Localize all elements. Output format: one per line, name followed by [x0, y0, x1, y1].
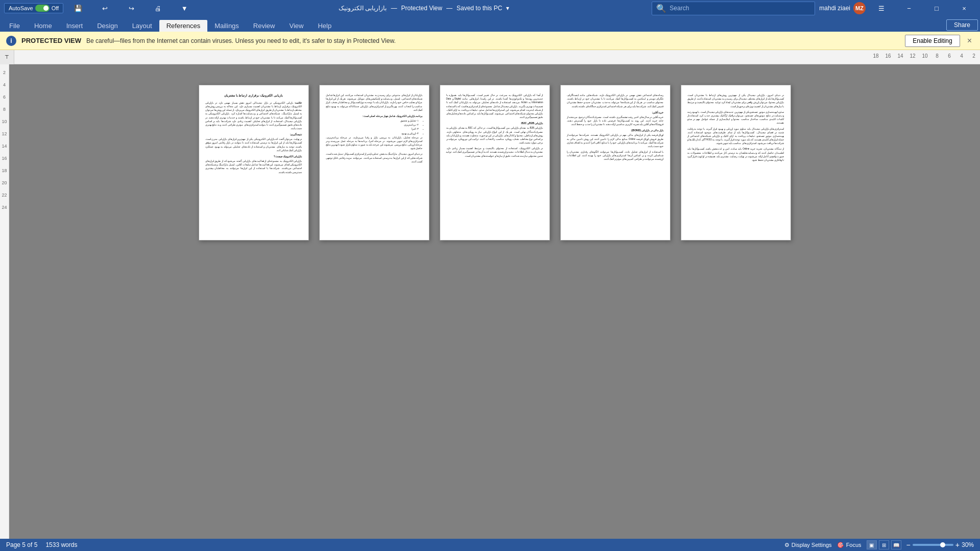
page-3-content: از آنجا که بازاریابی الکترونیک به سرعت د… [446, 93, 543, 119]
tab-home[interactable]: Home [27, 20, 59, 32]
page-1-section2: بازاریابی الکترونیک چیست؟ [205, 154, 302, 158]
tab-design[interactable]: Design [90, 20, 125, 32]
tab-view[interactable]: View [282, 20, 310, 32]
zoom-out-button[interactable]: − [906, 541, 911, 549]
save-button[interactable]: 💾 [66, 0, 90, 16]
autosave-toggle[interactable] [35, 5, 50, 12]
status-right: ⚙ Display Settings 🎯 Focus ▣ ⊞ 📖 − + 30% [784, 540, 974, 549]
autosave-button[interactable]: AutoSave Off [4, 3, 63, 13]
page-5[interactable]: در دنیای امروز، بازاریابی دیجیتال یکی از… [681, 85, 791, 241]
user-name: mahdi ziaei [819, 5, 850, 12]
ruler-corner[interactable]: ⊤ [0, 50, 14, 64]
ruler-12: 12 [906, 53, 919, 59]
tab-help[interactable]: Help [310, 20, 339, 32]
protected-view-bar: i PROTECTED VIEW Be careful—files from t… [0, 32, 980, 50]
document-area[interactable]: بازیابی الکترونیک: برقراری ارتباط با مشت… [9, 64, 980, 539]
tab-mailings[interactable]: Mailings [207, 20, 246, 32]
page-4-section2-content: اوراق قرضه یکی از ابزارهای مالی مهم در ب… [567, 133, 664, 148]
close-protected-bar-button[interactable]: × [965, 36, 974, 45]
zoom-in-button[interactable]: + [955, 541, 960, 549]
page-1-abstract-label: خلاصه: [295, 102, 302, 104]
ruler-10: 10 [919, 53, 931, 59]
tab-references[interactable]: References [159, 20, 207, 32]
ruler-2: 2 [968, 53, 980, 59]
page-3-extra: در بازاریابی الکترونیک، استفاده از محتوا… [446, 147, 543, 158]
title-separator2: — [446, 5, 452, 12]
list-item: ۱- تحلیل و تحقیق [326, 119, 419, 123]
tab-review[interactable]: Review [246, 20, 282, 32]
ruler-8: 8 [931, 53, 943, 59]
more-btn[interactable]: ▼ [173, 0, 196, 16]
ruler-18: 18 [870, 53, 882, 59]
tab-file[interactable]: File [2, 20, 27, 32]
status-bar: Page 5 of 5 1533 words ⚙ Display Setting… [0, 539, 980, 551]
page-5-content: در دنیای امروز، بازاریابی دیجیتال یکی از… [687, 93, 784, 108]
page-2-extra: در دنیای امروز، دیجیتال مارکتینگ به بخش … [326, 152, 423, 163]
protected-message: Be careful—files from the Internet can c… [86, 37, 900, 44]
page-1-section2-content: بازاریابی الکترونیک به مجموعه‌ای از فعال… [205, 159, 302, 174]
page-5-section1: سئو یا بهینه‌سازی موتور جستجو یکی از مهم… [687, 110, 784, 125]
search-icon: 🔍 [656, 4, 666, 13]
focus-icon: 🎯 [837, 542, 844, 548]
page-5-section2: استراتژی‌های بازاریابی دیجیتال باید مداو… [687, 127, 784, 146]
minimize-button[interactable]: − [897, 0, 921, 16]
word-count: 1533 words [45, 541, 77, 548]
ribbon-display-button[interactable]: ☰ [870, 0, 893, 16]
redo-button[interactable]: ↪ [119, 0, 143, 16]
page-info: Page 5 of 5 [6, 541, 37, 548]
autosave-label: AutoSave [9, 5, 33, 11]
web-layout-button[interactable]: ⊞ [879, 540, 889, 549]
page-4[interactable]: رسانه‌های اجتماعی نقش مهمی در بازاریابی … [560, 85, 671, 241]
page-4-section1: خرید آنلاین: [567, 110, 664, 114]
page-2-section1: برنامه بازاریابی الکترونیک شامل چهار مرح… [326, 114, 423, 118]
focus-button[interactable]: 🎯 Focus [837, 542, 862, 548]
ruler-line: 18 16 14 12 10 8 6 4 2 [14, 50, 980, 64]
page-1-section1: نتیجه‌گیری: [205, 132, 302, 136]
left-ruler: 2 4 6 8 10 12 14 16 18 20 22 24 [0, 64, 9, 539]
user-info: mahdi ziaei MZ [819, 2, 866, 14]
page-4-section1-content: خرید آنلاین در سال‌های اخیر رشد چشمگیری … [567, 115, 664, 127]
page-1-section1-content: در نهایت می‌توان گفت که بازاریابی الکترو… [205, 137, 302, 152]
avatar[interactable]: MZ [853, 2, 866, 14]
page-2-content: بازاریابان از ابزارهای متنوعی برای رسیدن… [326, 93, 423, 112]
autosave-state: Off [52, 5, 59, 11]
status-left: Page 5 of 5 1533 words [6, 541, 77, 548]
enable-editing-button[interactable]: Enable Editing [905, 35, 960, 47]
zoom-slider[interactable] [913, 544, 953, 546]
share-button[interactable]: Share [946, 19, 978, 31]
tab-layout[interactable]: Layout [125, 20, 159, 32]
ruler-6: 6 [943, 53, 955, 59]
page-4-section2: بازار مالی در بازاریابی (BOND): [567, 128, 664, 132]
close-button[interactable]: × [952, 0, 976, 16]
page-2-list: ۱- تحلیل و تحقیق ۲- برنامه‌ریزی ۳- اجرا … [326, 119, 419, 135]
page-4-extra: با استفاده از ابزارهای تحلیل داده، کسب‌و… [567, 150, 664, 161]
page-3-section1-content: بازاریابی B2B به معنای بازاریابی بین کسب… [446, 126, 543, 145]
ruler-numbers: 18 16 14 12 10 8 6 4 2 [870, 53, 980, 59]
maximize-button[interactable]: □ [925, 0, 948, 16]
ruler-14: 14 [894, 53, 906, 59]
print-button[interactable]: 🖨 [146, 0, 170, 16]
protected-title: PROTECTED VIEW [21, 37, 81, 44]
ruler: ⊤ 18 16 14 12 10 8 6 4 2 [0, 50, 980, 64]
page-1-title: بازیابی الکترونیک: برقراری ارتباط با مشت… [205, 93, 302, 98]
tab-insert[interactable]: Insert [59, 20, 90, 32]
ruler-4: 4 [955, 53, 968, 59]
search-input[interactable] [670, 5, 802, 12]
page-3[interactable]: از آنجا که بازاریابی الکترونیک به سرعت د… [440, 85, 550, 241]
page-1[interactable]: بازیابی الکترونیک: برقراری ارتباط با مشت… [199, 85, 309, 241]
zoom-slider-thumb [940, 542, 945, 547]
page-2-section2: در مرحله تحلیل، بازاریابان به بررسی بازا… [326, 136, 423, 151]
zoom-controls: − + 30% [906, 541, 974, 549]
list-item: ۲- برنامه‌ریزی [326, 123, 419, 127]
display-settings-button[interactable]: ⚙ Display Settings [784, 542, 832, 548]
save-state: Saved to this PC [457, 5, 502, 12]
search-bar[interactable]: 🔍 [652, 2, 815, 15]
page-2[interactable]: بازاریابان از ابزارهای متنوعی برای رسیدن… [319, 85, 429, 241]
ruler-16: 16 [882, 53, 894, 59]
undo-button[interactable]: ↩ [93, 0, 116, 16]
page-1-content: خلاصه: بازیابی الکترونیکی در بازار دیجیت… [205, 101, 302, 131]
print-layout-button[interactable]: ▣ [867, 540, 877, 549]
read-mode-button[interactable]: 📖 [891, 540, 901, 549]
page-5-extra: از دیدگاه مشتریان، تجربه خرید Online بای… [687, 147, 784, 162]
title-bar-center: بازاریابی الکترونیک — Protected View — S… [339, 5, 509, 12]
